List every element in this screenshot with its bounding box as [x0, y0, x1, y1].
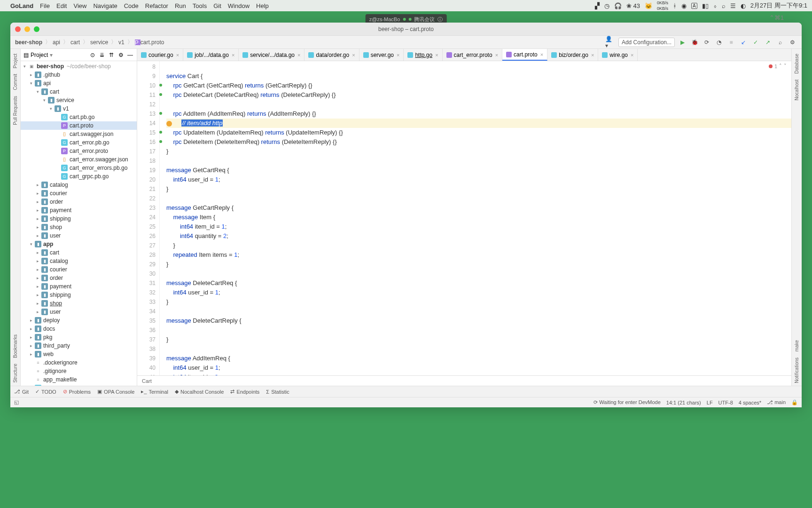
editor-tab[interactable]: biz/order.go× — [547, 49, 598, 61]
tree-arrow-icon[interactable]: ▾ — [30, 81, 35, 86]
crumb[interactable]: api — [53, 39, 60, 46]
strip-project[interactable]: Project — [13, 54, 18, 68]
tree-row[interactable]: Gcart.pb.go — [21, 113, 137, 121]
tree-arrow-icon[interactable]: ▾ — [50, 106, 55, 111]
tool-problems[interactable]: ⊘ Problems — [63, 389, 91, 395]
git-update-icon[interactable]: ↙ — [739, 38, 748, 47]
editor-tab[interactable]: service/.../data.go× — [239, 49, 304, 61]
tree-row[interactable]: ▾▮cart — [21, 87, 137, 96]
window-close[interactable] — [15, 26, 21, 32]
editor-tab[interactable]: wire.go× — [598, 49, 638, 61]
status-encoding[interactable]: UTF-8 — [718, 400, 733, 405]
close-icon[interactable]: × — [297, 52, 300, 58]
editor-tab[interactable]: courier.go× — [137, 49, 183, 61]
tree-arrow-icon[interactable]: ▾ — [23, 64, 28, 69]
status-timer-icon[interactable]: ◷ — [604, 2, 609, 9]
gutter-run-icon[interactable] — [159, 93, 162, 96]
menu-view[interactable]: View — [73, 2, 86, 9]
tree-arrow-icon[interactable]: ▸ — [37, 216, 41, 221]
code-line[interactable]: int64 quantity = 2; — [166, 231, 791, 241]
status-wechat[interactable]: ❀ 43 — [626, 2, 640, 9]
tool-git[interactable]: ⎇ Git — [14, 389, 29, 395]
gutter-run-icon[interactable] — [159, 140, 162, 143]
code-line[interactable] — [166, 194, 791, 203]
code-line[interactable]: int64 item_id = 2; — [166, 373, 791, 375]
close-icon[interactable]: × — [352, 52, 355, 58]
status-lf[interactable]: LF — [707, 400, 713, 405]
code-line[interactable]: repeated Item items = 1; — [166, 250, 791, 260]
tool-opa[interactable]: ▣ OPA Console — [97, 389, 134, 395]
tree-arrow-icon[interactable]: ▸ — [30, 335, 35, 340]
stop-icon[interactable]: ■ — [726, 38, 736, 47]
code-line[interactable] — [166, 100, 791, 109]
tree-arrow-icon[interactable]: ▸ — [30, 318, 35, 323]
code-line[interactable]: } — [166, 260, 791, 269]
status-headphones-icon[interactable]: 🎧 — [614, 2, 622, 9]
close-icon[interactable]: × — [435, 52, 438, 58]
code-line[interactable]: int64 user_id = 1; — [166, 288, 791, 297]
tree-row[interactable]: ▸▮shop — [21, 299, 137, 308]
tree-row[interactable]: ▾▮v1 — [21, 104, 137, 113]
code-line[interactable] — [166, 307, 791, 316]
tree-row[interactable]: ▸▮docs — [21, 325, 137, 333]
tree-arrow-icon[interactable]: ▾ — [37, 89, 41, 94]
code-line[interactable]: rpc DeleteCart (DeleteCartReq) returns (… — [166, 90, 791, 100]
window-minimize[interactable] — [24, 26, 30, 32]
tree-row[interactable]: ▸▮user — [21, 231, 137, 240]
tree-row[interactable]: ▸▮courier — [21, 265, 137, 274]
tree-row[interactable]: ▸▮order — [21, 198, 137, 206]
project-label[interactable]: Project — [31, 52, 48, 58]
tree-arrow-icon[interactable]: ▸ — [37, 183, 41, 187]
inspection-widget[interactable]: 1 ˄ ˅ — [769, 63, 787, 69]
close-icon[interactable]: × — [232, 52, 234, 58]
hide-icon[interactable]: — — [126, 51, 134, 59]
tree-row[interactable]: ▸▮third_party — [21, 341, 137, 350]
status-wait[interactable]: ⟳ Waiting for enter DevMode — [593, 399, 661, 405]
record-icon[interactable]: ◉ — [681, 2, 687, 9]
tree-row[interactable]: ▾▮app — [21, 240, 137, 248]
status-corner-icon[interactable]: ◱ — [14, 399, 19, 405]
close-icon[interactable]: × — [631, 52, 633, 58]
tree-arrow-icon[interactable]: ▸ — [37, 293, 41, 297]
crumb-root[interactable]: beer-shop — [15, 39, 42, 46]
status-branch[interactable]: ⎇ main — [767, 399, 786, 405]
tree-row[interactable]: {}cart_error.swagger.json — [21, 155, 137, 164]
battery-icon[interactable]: ▮▯ — [702, 2, 709, 9]
tree-row[interactable]: ▸▮cart — [21, 248, 137, 257]
tree-row[interactable]: ▸▮user — [21, 308, 137, 316]
gutter-run-icon[interactable] — [159, 84, 162, 87]
tree-row[interactable]: ▾▮api — [21, 79, 137, 87]
tree-arrow-icon[interactable]: ▸ — [30, 326, 35, 331]
tree-arrow-icon[interactable]: ▸ — [37, 301, 41, 306]
tree-row[interactable]: ▸▮web — [21, 350, 137, 358]
close-icon[interactable]: × — [176, 52, 179, 58]
code-line[interactable]: message DeleteCartReply { — [166, 316, 791, 325]
tree-arrow-icon[interactable]: ▸ — [37, 267, 41, 272]
input-icon[interactable]: A — [691, 3, 697, 9]
tree-arrow-icon[interactable]: ▸ — [30, 352, 35, 357]
intention-bulb-icon[interactable] — [166, 121, 172, 127]
tree-arrow-icon[interactable]: ▸ — [37, 250, 41, 255]
gutter-run-icon[interactable] — [159, 131, 162, 134]
code-line[interactable]: } — [166, 147, 791, 156]
select-opened-icon[interactable]: ⊙ — [89, 51, 96, 59]
tree-row[interactable]: ▸▮shipping — [21, 291, 137, 299]
add-configuration-button[interactable]: Add Configuration... — [618, 38, 675, 47]
profile-icon[interactable]: ◔ — [714, 38, 724, 47]
strip-database[interactable]: Database — [794, 54, 799, 74]
tree-row[interactable]: ▸▮deploy — [21, 316, 137, 325]
collapse-all-icon[interactable]: ⇈ — [108, 51, 115, 59]
tree-row[interactable]: ▾▮service — [21, 96, 137, 104]
control-center-icon[interactable]: ☰ — [730, 2, 736, 9]
code-line[interactable] — [166, 269, 791, 278]
window-maximize[interactable] — [34, 26, 39, 32]
tree-row[interactable]: {}cart.swagger.json — [21, 130, 137, 138]
tree-arrow-icon[interactable]: ▸ — [37, 191, 41, 196]
editor-tab[interactable]: data/order.go× — [304, 49, 359, 61]
chevron-down-icon[interactable]: ▾ — [50, 52, 53, 58]
chevron-up-icon[interactable]: ˄ — [779, 63, 782, 69]
strip-notifications[interactable]: Notifications — [794, 357, 799, 383]
project-tree[interactable]: ▾▣beer-shop~/code/beer-shop▸▮.github▾▮ap… — [21, 61, 137, 386]
tree-row[interactable]: ▸▮catalog — [21, 257, 137, 265]
user-icon[interactable]: ◐ — [741, 2, 746, 9]
